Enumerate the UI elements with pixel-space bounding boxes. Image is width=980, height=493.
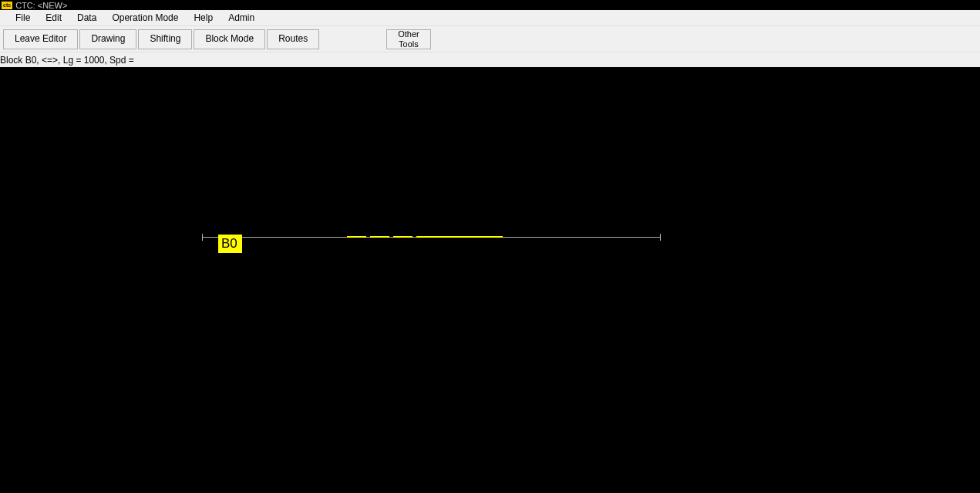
menu-admin[interactable]: Admin <box>221 10 262 25</box>
routes-button[interactable]: Routes <box>267 29 319 49</box>
app-icon: ctc <box>2 2 12 9</box>
window-titlebar: ctc CTC: <NEW> <box>0 0 980 10</box>
menubar: File Edit Data Operation Mode Help Admin <box>0 10 980 26</box>
menu-help[interactable]: Help <box>186 10 221 25</box>
block-mode-button[interactable]: Block Mode <box>194 29 265 49</box>
status-bar: Block B0, <=>, Lg = 1000, Spd = <box>0 52 980 67</box>
track-canvas[interactable]: B0 <box>0 67 980 493</box>
track-end-tick-right <box>660 234 661 241</box>
track-highlight-segment <box>416 236 503 238</box>
track-highlight-segment <box>370 236 389 238</box>
shifting-button[interactable]: Shifting <box>138 29 192 49</box>
other-tools-button[interactable]: Other Tools <box>386 29 431 49</box>
window-title: CTC: <NEW> <box>15 1 67 10</box>
menu-edit[interactable]: Edit <box>38 10 69 25</box>
track-end-tick-left <box>202 234 203 241</box>
menu-file[interactable]: File <box>8 10 38 25</box>
status-text: Block B0, <=>, Lg = 1000, Spd = <box>0 55 134 66</box>
menu-data[interactable]: Data <box>69 10 104 25</box>
toolbar: Leave Editor Drawing Shifting Block Mode… <box>0 26 980 52</box>
track-highlight-segment <box>393 236 413 238</box>
menu-operation-mode[interactable]: Operation Mode <box>104 10 186 25</box>
block-label[interactable]: B0 <box>218 235 242 253</box>
leave-editor-button[interactable]: Leave Editor <box>3 29 78 49</box>
track-highlight-segment <box>347 236 366 238</box>
drawing-button[interactable]: Drawing <box>79 29 136 49</box>
